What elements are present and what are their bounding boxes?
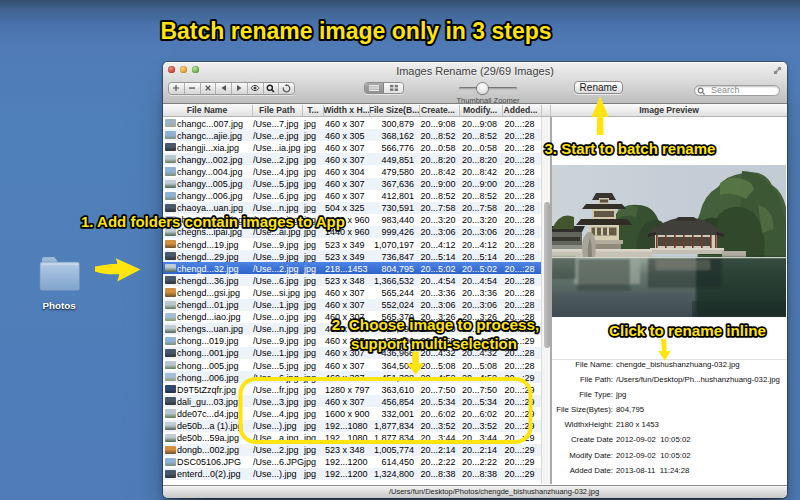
svg-text:Batch rename image only in 3 s: Batch rename image only in 3 steps	[160, 18, 551, 44]
